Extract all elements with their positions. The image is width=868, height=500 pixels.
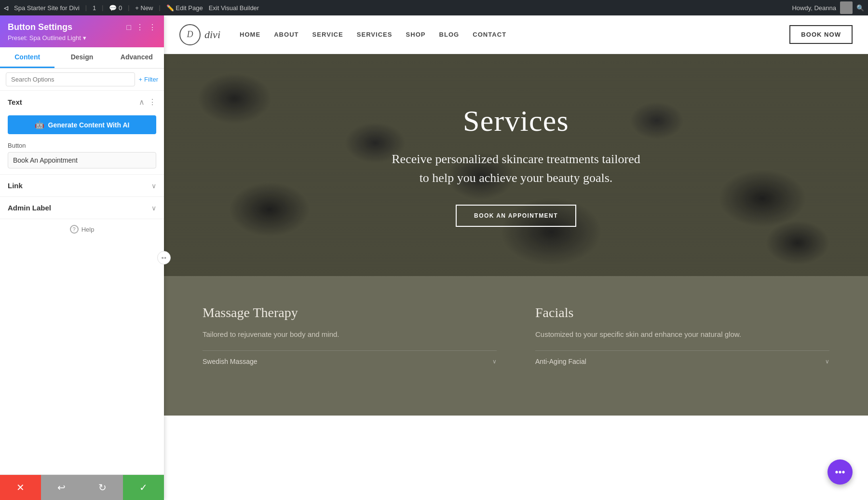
service-item-facials: Facials Customized to your specific skin… (535, 305, 829, 387)
panel-grid-icon[interactable]: ⋮ (136, 23, 144, 32)
nav-link-blog[interactable]: BLOG (439, 31, 460, 38)
redo-button[interactable]: ↻ (82, 475, 123, 500)
hero-content: Services Receive personalized skincare t… (380, 104, 651, 227)
service-item-massage: Massage Therapy Tailored to rejuvenate y… (203, 305, 497, 387)
panel-tabs: Content Design Advanced (0, 47, 164, 69)
help-circle-icon: ? (70, 225, 79, 234)
admin-label-section-title: Admin Label (8, 204, 51, 212)
logo-circle: D (179, 24, 201, 45)
admin-exit-builder[interactable]: Exit Visual Builder (209, 4, 259, 12)
panel-more-icon[interactable]: ⋮ (149, 23, 156, 32)
service-sub-swedish-chevron: ∨ (492, 358, 497, 365)
tab-content[interactable]: Content (0, 47, 54, 68)
hero-subtitle: Receive personalized skincare treatments… (392, 150, 640, 187)
admin-label-section: Admin Label ∨ (0, 197, 164, 219)
panel-preset[interactable]: Preset: Spa Outlined Light ▾ (8, 34, 156, 42)
admin-label-expand-icon[interactable]: ∨ (151, 204, 156, 212)
help-row[interactable]: ? Help (0, 219, 164, 239)
resize-handle[interactable]: ↔ (157, 251, 171, 264)
site-logo: D divi (179, 24, 220, 45)
admin-label-section-header[interactable]: Admin Label ∨ (0, 197, 164, 219)
admin-search-icon[interactable]: 🔍 (856, 4, 864, 12)
panel-header-top: Button Settings □ ⋮ ⋮ (8, 22, 156, 32)
link-section-icons: ∨ (151, 182, 156, 190)
layout: Button Settings □ ⋮ ⋮ Preset: Spa Outlin… (0, 0, 868, 500)
filter-icon: + (139, 76, 143, 83)
site-nav-links: HOME ABOUT SERVICE SERVICES SHOP BLOG CO… (240, 31, 506, 38)
nav-link-home[interactable]: HOME (240, 31, 260, 38)
services-grid: Massage Therapy Tailored to rejuvenate y… (203, 305, 829, 387)
wp-icon[interactable]: ◃ (4, 2, 8, 13)
admin-new[interactable]: + New (135, 4, 153, 12)
admin-updates[interactable]: 1 (93, 4, 96, 12)
button-field-group: Button (0, 140, 164, 174)
nav-link-shop[interactable]: SHOP (406, 31, 426, 38)
tab-advanced[interactable]: Advanced (109, 47, 164, 68)
filter-button[interactable]: + Filter (139, 76, 158, 83)
panel-title: Button Settings (8, 22, 72, 32)
nav-link-about[interactable]: ABOUT (274, 31, 298, 38)
preset-chevron-icon: ▾ (83, 34, 86, 42)
service-sub-antiaging-name: Anti-Aging Facial (535, 358, 825, 365)
panel-duplicate-icon[interactable]: □ (126, 23, 131, 32)
service-desc-massage: Tailored to rejuvenate your body and min… (203, 328, 497, 341)
panel-search-row: + Filter (0, 69, 164, 91)
nav-link-services[interactable]: SERVICES (357, 31, 393, 38)
site-nav: D divi HOME ABOUT SERVICE SERVICES SHOP … (164, 15, 868, 54)
floating-action-button[interactable]: ••• (827, 459, 853, 485)
ai-icon: 🤖 (35, 120, 44, 129)
text-section-header[interactable]: Text ∧ ⋮ (0, 91, 164, 113)
service-sub-antiaging[interactable]: Anti-Aging Facial ∨ (535, 350, 829, 372)
service-sub-swedish-name: Swedish Massage (203, 358, 492, 365)
link-section-header[interactable]: Link ∨ (0, 175, 164, 196)
settings-panel: Button Settings □ ⋮ ⋮ Preset: Spa Outlin… (0, 15, 164, 500)
service-desc-facials: Customized to your specific skin and enh… (535, 328, 829, 341)
panel-body: Text ∧ ⋮ 🤖 Generate Content With AI Butt… (0, 91, 164, 500)
panel-header-icons: □ ⋮ ⋮ (126, 23, 156, 32)
logo-text: divi (204, 28, 220, 41)
link-expand-icon[interactable]: ∨ (151, 182, 156, 190)
cancel-button[interactable]: ✕ (0, 475, 41, 500)
admin-avatar (840, 1, 853, 14)
admin-site-name[interactable]: Spa Starter Site for Divi (14, 4, 80, 12)
panel-footer: ✕ ↩ ↻ ✓ (0, 474, 164, 500)
admin-howdy: Howdy, Deanna (792, 4, 836, 12)
link-section-title: Link (8, 181, 23, 190)
tab-design[interactable]: Design (54, 47, 109, 68)
ai-generate-button[interactable]: 🤖 Generate Content With AI (8, 115, 156, 134)
service-name-facials: Facials (535, 305, 829, 320)
hero-cta-button[interactable]: BOOK AN APPOINTMENT (456, 205, 576, 227)
book-now-button[interactable]: BOOK NOW (789, 25, 853, 44)
hero-title: Services (392, 104, 640, 138)
admin-label-section-icons: ∨ (151, 204, 156, 212)
site-nav-book: BOOK NOW (789, 25, 853, 44)
collapse-icon[interactable]: ∧ (139, 97, 145, 107)
search-options-input[interactable] (6, 72, 135, 86)
text-section-title: Text (8, 98, 22, 106)
save-button[interactable]: ✓ (123, 475, 164, 500)
service-sub-swedish[interactable]: Swedish Massage ∨ (203, 350, 497, 372)
nav-link-service[interactable]: SERVICE (312, 31, 343, 38)
services-section: Massage Therapy Tailored to rejuvenate y… (164, 276, 868, 416)
link-section: Link ∨ (0, 175, 164, 197)
hero-section: Services Receive personalized skincare t… (164, 54, 868, 276)
admin-bar-right: Howdy, Deanna 🔍 (792, 1, 864, 14)
text-section-icons: ∧ ⋮ (139, 97, 156, 107)
text-section-more-icon[interactable]: ⋮ (149, 97, 156, 107)
nav-link-contact[interactable]: CONTACT (473, 31, 506, 38)
admin-bar: ◃ Spa Starter Site for Divi | 1 | 💬 0 | … (0, 0, 868, 15)
admin-edit-page[interactable]: ✏️ Edit Page (166, 4, 203, 12)
button-text-input[interactable] (8, 152, 156, 168)
text-section: Text ∧ ⋮ 🤖 Generate Content With AI Butt… (0, 91, 164, 175)
admin-comments[interactable]: 💬 0 (109, 4, 122, 12)
button-field-label: Button (8, 142, 156, 149)
panel-header: Button Settings □ ⋮ ⋮ Preset: Spa Outlin… (0, 15, 164, 47)
site-preview: D divi HOME ABOUT SERVICE SERVICES SHOP … (164, 15, 868, 500)
service-sub-antiaging-chevron: ∨ (825, 358, 829, 365)
service-name-massage: Massage Therapy (203, 305, 497, 320)
undo-button[interactable]: ↩ (41, 475, 82, 500)
